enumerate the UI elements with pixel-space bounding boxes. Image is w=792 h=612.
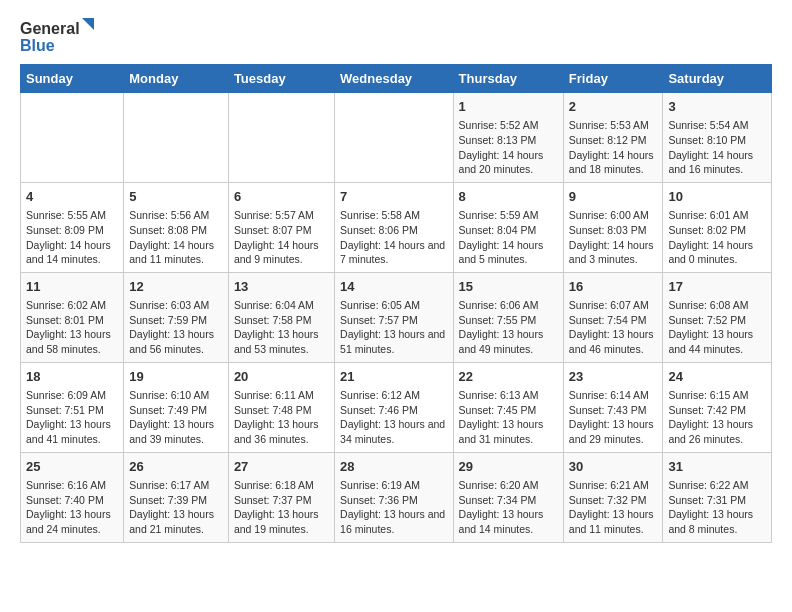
day-number: 8	[459, 188, 558, 206]
svg-marker-1	[82, 18, 94, 30]
day-number: 29	[459, 458, 558, 476]
day-number: 9	[569, 188, 658, 206]
day-info: Sunrise: 5:55 AM Sunset: 8:09 PM Dayligh…	[26, 208, 118, 267]
day-cell: 26Sunrise: 6:17 AM Sunset: 7:39 PM Dayli…	[124, 452, 229, 542]
day-info: Sunrise: 6:20 AM Sunset: 7:34 PM Dayligh…	[459, 478, 558, 537]
day-number: 16	[569, 278, 658, 296]
weekday-header-tuesday: Tuesday	[228, 65, 334, 93]
day-info: Sunrise: 6:04 AM Sunset: 7:58 PM Dayligh…	[234, 298, 329, 357]
day-info: Sunrise: 6:10 AM Sunset: 7:49 PM Dayligh…	[129, 388, 223, 447]
week-row-4: 18Sunrise: 6:09 AM Sunset: 7:51 PM Dayli…	[21, 362, 772, 452]
day-info: Sunrise: 6:11 AM Sunset: 7:48 PM Dayligh…	[234, 388, 329, 447]
day-number: 21	[340, 368, 447, 386]
day-info: Sunrise: 6:12 AM Sunset: 7:46 PM Dayligh…	[340, 388, 447, 447]
day-cell: 14Sunrise: 6:05 AM Sunset: 7:57 PM Dayli…	[335, 272, 453, 362]
week-row-1: 1Sunrise: 5:52 AM Sunset: 8:13 PM Daylig…	[21, 93, 772, 183]
day-cell: 30Sunrise: 6:21 AM Sunset: 7:32 PM Dayli…	[563, 452, 663, 542]
day-info: Sunrise: 6:01 AM Sunset: 8:02 PM Dayligh…	[668, 208, 766, 267]
day-cell: 6Sunrise: 5:57 AM Sunset: 8:07 PM Daylig…	[228, 182, 334, 272]
day-cell: 21Sunrise: 6:12 AM Sunset: 7:46 PM Dayli…	[335, 362, 453, 452]
day-cell: 3Sunrise: 5:54 AM Sunset: 8:10 PM Daylig…	[663, 93, 772, 183]
day-info: Sunrise: 6:09 AM Sunset: 7:51 PM Dayligh…	[26, 388, 118, 447]
day-cell: 18Sunrise: 6:09 AM Sunset: 7:51 PM Dayli…	[21, 362, 124, 452]
day-cell: 31Sunrise: 6:22 AM Sunset: 7:31 PM Dayli…	[663, 452, 772, 542]
logo-svg: GeneralBlue	[20, 16, 100, 56]
day-cell	[124, 93, 229, 183]
day-number: 20	[234, 368, 329, 386]
day-cell	[21, 93, 124, 183]
day-info: Sunrise: 5:53 AM Sunset: 8:12 PM Dayligh…	[569, 118, 658, 177]
day-number: 1	[459, 98, 558, 116]
day-cell: 25Sunrise: 6:16 AM Sunset: 7:40 PM Dayli…	[21, 452, 124, 542]
calendar-table: SundayMondayTuesdayWednesdayThursdayFrid…	[20, 64, 772, 543]
day-info: Sunrise: 6:16 AM Sunset: 7:40 PM Dayligh…	[26, 478, 118, 537]
day-number: 17	[668, 278, 766, 296]
day-cell: 27Sunrise: 6:18 AM Sunset: 7:37 PM Dayli…	[228, 452, 334, 542]
day-info: Sunrise: 6:15 AM Sunset: 7:42 PM Dayligh…	[668, 388, 766, 447]
day-info: Sunrise: 5:59 AM Sunset: 8:04 PM Dayligh…	[459, 208, 558, 267]
week-row-2: 4Sunrise: 5:55 AM Sunset: 8:09 PM Daylig…	[21, 182, 772, 272]
day-info: Sunrise: 6:07 AM Sunset: 7:54 PM Dayligh…	[569, 298, 658, 357]
weekday-header-wednesday: Wednesday	[335, 65, 453, 93]
day-number: 4	[26, 188, 118, 206]
day-info: Sunrise: 6:08 AM Sunset: 7:52 PM Dayligh…	[668, 298, 766, 357]
day-number: 2	[569, 98, 658, 116]
weekday-header-sunday: Sunday	[21, 65, 124, 93]
day-cell	[335, 93, 453, 183]
day-cell: 12Sunrise: 6:03 AM Sunset: 7:59 PM Dayli…	[124, 272, 229, 362]
day-cell: 20Sunrise: 6:11 AM Sunset: 7:48 PM Dayli…	[228, 362, 334, 452]
week-row-3: 11Sunrise: 6:02 AM Sunset: 8:01 PM Dayli…	[21, 272, 772, 362]
day-number: 10	[668, 188, 766, 206]
day-info: Sunrise: 6:14 AM Sunset: 7:43 PM Dayligh…	[569, 388, 658, 447]
day-info: Sunrise: 6:05 AM Sunset: 7:57 PM Dayligh…	[340, 298, 447, 357]
day-cell: 29Sunrise: 6:20 AM Sunset: 7:34 PM Dayli…	[453, 452, 563, 542]
day-info: Sunrise: 6:21 AM Sunset: 7:32 PM Dayligh…	[569, 478, 658, 537]
day-info: Sunrise: 6:13 AM Sunset: 7:45 PM Dayligh…	[459, 388, 558, 447]
day-number: 5	[129, 188, 223, 206]
day-cell: 24Sunrise: 6:15 AM Sunset: 7:42 PM Dayli…	[663, 362, 772, 452]
day-cell: 13Sunrise: 6:04 AM Sunset: 7:58 PM Dayli…	[228, 272, 334, 362]
day-number: 3	[668, 98, 766, 116]
day-cell: 9Sunrise: 6:00 AM Sunset: 8:03 PM Daylig…	[563, 182, 663, 272]
day-cell: 2Sunrise: 5:53 AM Sunset: 8:12 PM Daylig…	[563, 93, 663, 183]
day-number: 27	[234, 458, 329, 476]
day-info: Sunrise: 6:19 AM Sunset: 7:36 PM Dayligh…	[340, 478, 447, 537]
day-cell: 16Sunrise: 6:07 AM Sunset: 7:54 PM Dayli…	[563, 272, 663, 362]
day-number: 25	[26, 458, 118, 476]
weekday-header-friday: Friday	[563, 65, 663, 93]
day-number: 24	[668, 368, 766, 386]
day-cell: 15Sunrise: 6:06 AM Sunset: 7:55 PM Dayli…	[453, 272, 563, 362]
day-info: Sunrise: 6:17 AM Sunset: 7:39 PM Dayligh…	[129, 478, 223, 537]
day-info: Sunrise: 5:58 AM Sunset: 8:06 PM Dayligh…	[340, 208, 447, 267]
day-cell: 8Sunrise: 5:59 AM Sunset: 8:04 PM Daylig…	[453, 182, 563, 272]
page-header: GeneralBlue	[20, 16, 772, 56]
day-info: Sunrise: 6:02 AM Sunset: 8:01 PM Dayligh…	[26, 298, 118, 357]
day-cell: 10Sunrise: 6:01 AM Sunset: 8:02 PM Dayli…	[663, 182, 772, 272]
day-cell	[228, 93, 334, 183]
day-cell: 11Sunrise: 6:02 AM Sunset: 8:01 PM Dayli…	[21, 272, 124, 362]
day-cell: 5Sunrise: 5:56 AM Sunset: 8:08 PM Daylig…	[124, 182, 229, 272]
day-number: 28	[340, 458, 447, 476]
day-number: 15	[459, 278, 558, 296]
day-number: 14	[340, 278, 447, 296]
weekday-header-monday: Monday	[124, 65, 229, 93]
day-info: Sunrise: 6:18 AM Sunset: 7:37 PM Dayligh…	[234, 478, 329, 537]
day-cell: 17Sunrise: 6:08 AM Sunset: 7:52 PM Dayli…	[663, 272, 772, 362]
day-number: 13	[234, 278, 329, 296]
day-number: 18	[26, 368, 118, 386]
day-info: Sunrise: 5:56 AM Sunset: 8:08 PM Dayligh…	[129, 208, 223, 267]
day-cell: 23Sunrise: 6:14 AM Sunset: 7:43 PM Dayli…	[563, 362, 663, 452]
day-info: Sunrise: 6:06 AM Sunset: 7:55 PM Dayligh…	[459, 298, 558, 357]
day-info: Sunrise: 6:22 AM Sunset: 7:31 PM Dayligh…	[668, 478, 766, 537]
week-row-5: 25Sunrise: 6:16 AM Sunset: 7:40 PM Dayli…	[21, 452, 772, 542]
day-cell: 22Sunrise: 6:13 AM Sunset: 7:45 PM Dayli…	[453, 362, 563, 452]
day-number: 7	[340, 188, 447, 206]
svg-text:Blue: Blue	[20, 37, 55, 54]
day-info: Sunrise: 6:00 AM Sunset: 8:03 PM Dayligh…	[569, 208, 658, 267]
day-info: Sunrise: 6:03 AM Sunset: 7:59 PM Dayligh…	[129, 298, 223, 357]
weekday-header-row: SundayMondayTuesdayWednesdayThursdayFrid…	[21, 65, 772, 93]
day-number: 22	[459, 368, 558, 386]
day-number: 12	[129, 278, 223, 296]
day-cell: 7Sunrise: 5:58 AM Sunset: 8:06 PM Daylig…	[335, 182, 453, 272]
day-cell: 28Sunrise: 6:19 AM Sunset: 7:36 PM Dayli…	[335, 452, 453, 542]
